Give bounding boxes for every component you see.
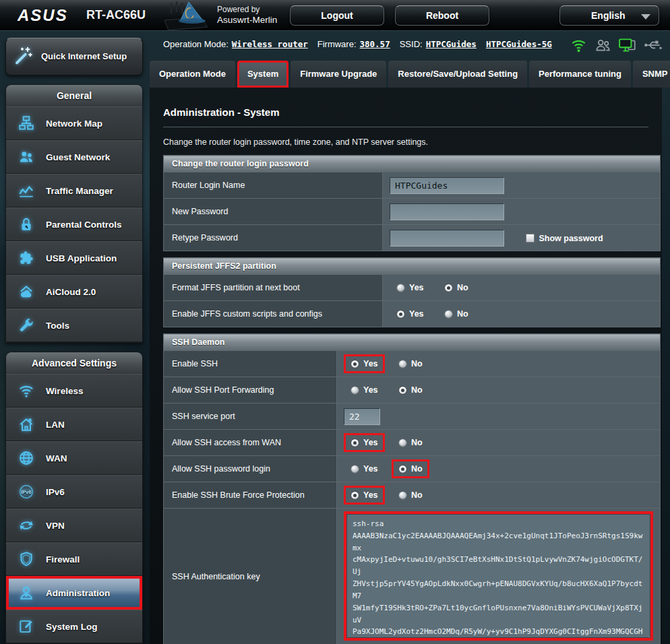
sidebar-item-label: Tools (46, 321, 69, 331)
retype-password-input[interactable] (390, 230, 504, 247)
table-row: Format JFFS partition at next boot Yes N… (164, 275, 661, 301)
radio-label: No (411, 490, 423, 500)
language-select[interactable]: English (559, 5, 659, 26)
clients-status-icon[interactable] (618, 36, 637, 54)
operation-mode-link[interactable]: Wireless router (232, 39, 308, 49)
sidebar-group-general: General Network Map Guest Network Traffi… (5, 84, 143, 343)
format-jffs-no-radio[interactable]: No (437, 278, 475, 297)
system-log-icon (15, 618, 38, 635)
sidebar-item-label: IPv6 (46, 487, 65, 497)
format-jffs-yes-radio[interactable]: Yes (390, 278, 431, 297)
wifi-status-icon[interactable] (570, 36, 588, 54)
radio-icon (351, 439, 359, 447)
vpn-arrows-icon (15, 517, 38, 534)
sidebar-item-traffic-manager[interactable]: Traffic Manager (6, 174, 142, 207)
sidebar-group-header: General (6, 85, 142, 106)
tab-firmware-upgrade[interactable]: Firmware Upgrade (291, 61, 386, 88)
show-password-checkbox[interactable] (526, 234, 535, 243)
ssh-password-login-yes-radio[interactable]: Yes (344, 459, 385, 478)
row-label: New Password (164, 199, 383, 225)
ssh-wan-yes-radio[interactable]: Yes (344, 433, 385, 452)
ssh-port-forwarding-no-radio[interactable]: No (392, 381, 429, 399)
ssh-authentication-key-textarea[interactable]: ssh-rsa AAAAB3NzaC1yc2EAAAABJQAAAQEAmj34… (346, 514, 650, 638)
radio-label: No (411, 359, 423, 368)
table-row: Router Login Name (164, 172, 661, 199)
ssid-2g-link[interactable]: HTPCGuides (426, 39, 477, 49)
sidebar-item-ipv6[interactable]: IPv6 IPv6 (6, 475, 142, 509)
radio-label: Yes (409, 283, 424, 292)
tab-snmp[interactable]: SNMP (633, 61, 670, 88)
row-label: Enable SSH (164, 351, 337, 377)
sidebar-item-lan[interactable]: LAN (6, 408, 142, 441)
table-row: Allow SSH access from WAN Yes No (164, 430, 661, 456)
sidebar-item-label: Firewall (46, 554, 80, 565)
reboot-button[interactable]: Reboot (395, 5, 489, 26)
row-label: SSH service port (164, 404, 337, 430)
tab-restore-save-upload[interactable]: Restore/Save/Upload Setting (388, 61, 527, 88)
sidebar-item-administration[interactable]: Administration (6, 576, 142, 610)
tab-performance-tuning[interactable]: Performance tuning (529, 61, 631, 88)
ssh-brute-force-no-radio[interactable]: No (392, 486, 429, 505)
radio-icon (351, 491, 359, 500)
guest-network-status-icon[interactable] (594, 36, 612, 54)
firmware-version-link[interactable]: 380.57 (360, 39, 390, 49)
radio-label: No (457, 283, 468, 292)
jffs-scripts-yes-radio[interactable]: Yes (390, 304, 431, 323)
radio-label: Yes (363, 438, 378, 447)
section-jffs2: Persistent JFFS2 partition Format JFFS p… (163, 257, 661, 327)
row-label: Allow SSH access from WAN (164, 430, 337, 456)
ssh-wan-no-radio[interactable]: No (392, 433, 429, 452)
sidebar-item-parental-controls[interactable]: Parental Controls (6, 207, 142, 241)
tab-system[interactable]: System (237, 61, 288, 88)
sidebar-item-label: Network Map (46, 119, 102, 129)
sidebar-item-firewall[interactable]: Firewall (6, 542, 142, 576)
radio-icon (398, 386, 407, 395)
sidebar-item-label: LAN (46, 420, 65, 430)
radio-icon (396, 284, 405, 292)
sidebar-item-label: Wireless (46, 386, 83, 396)
sidebar-item-aicloud[interactable]: AiCloud 2.0 (6, 275, 142, 309)
usb-status-icon[interactable] (643, 36, 663, 54)
ssh-brute-force-yes-radio[interactable]: Yes (344, 486, 385, 505)
enable-ssh-no-radio[interactable]: No (392, 354, 429, 373)
sidebar-item-label: Quick Internet Setup (41, 51, 127, 62)
sidebar-item-label: VPN (46, 521, 65, 531)
sidebar-item-usb-application[interactable]: USB Application (6, 241, 142, 275)
radio-icon (398, 439, 407, 447)
new-password-input[interactable] (390, 203, 504, 220)
show-password-label: Show password (539, 234, 603, 243)
radio-label: No (411, 385, 423, 395)
ssh-port-forwarding-yes-radio[interactable]: Yes (344, 381, 385, 399)
sidebar-item-wan[interactable]: WAN (6, 441, 142, 475)
logout-button[interactable]: Logout (290, 5, 384, 26)
router-login-name-input[interactable] (390, 177, 504, 194)
guest-network-icon (15, 148, 38, 166)
sidebar-item-system-log[interactable]: System Log (6, 610, 142, 643)
radio-icon (398, 360, 407, 368)
sidebar-item-label: USB Application (46, 253, 117, 263)
router-model: RT-AC66U (86, 8, 146, 22)
sidebar-item-label: Parental Controls (46, 220, 122, 230)
asus-logo: ASUS (18, 6, 68, 25)
table-row: Enable JFFS custom scripts and configs Y… (164, 301, 661, 327)
sidebar-item-network-map[interactable]: Network Map (6, 106, 142, 140)
sidebar-item-vpn[interactable]: VPN (6, 509, 142, 542)
ssh-password-login-no-radio[interactable]: No (392, 459, 429, 478)
tab-operation-mode[interactable]: Operation Mode (150, 61, 235, 88)
shield-icon (15, 550, 38, 568)
row-label: Enable JFFS custom scripts and configs (164, 301, 383, 327)
jffs-scripts-no-radio[interactable]: No (437, 304, 475, 323)
powered-by-line2: Asuswrt-Merlin (217, 15, 277, 26)
sidebar-item-wireless[interactable]: Wireless (6, 374, 142, 408)
ssid-5g-link[interactable]: HTPCGuides-5G (486, 39, 552, 49)
enable-ssh-yes-radio[interactable]: Yes (344, 354, 385, 373)
sidebar-item-tools[interactable]: Tools (6, 309, 142, 342)
section-ssh-daemon: SSH Daemon Enable SSH Yes No Allow SSH P… (163, 333, 661, 644)
ssh-service-port-input[interactable] (344, 408, 380, 425)
sidebar-item-label: Administration (46, 588, 110, 598)
magic-wand-icon (13, 44, 34, 69)
radio-label: Yes (363, 385, 378, 395)
sidebar-item-guest-network[interactable]: Guest Network (6, 140, 142, 174)
radio-icon (351, 386, 359, 395)
sidebar-item-quick-internet-setup[interactable]: Quick Internet Setup (5, 38, 143, 75)
